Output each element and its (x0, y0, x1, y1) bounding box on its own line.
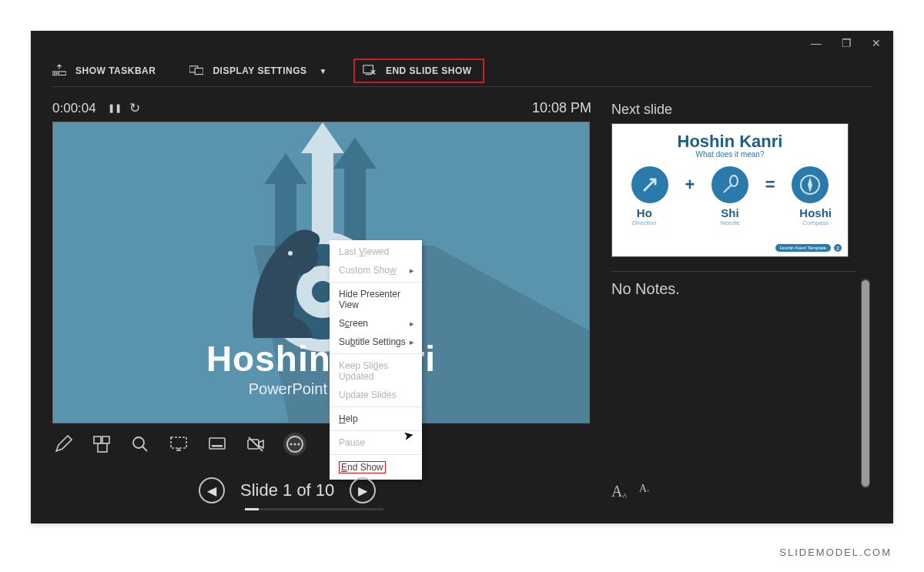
taskbar-icon (52, 65, 66, 77)
end-slide-show-label: END SLIDE SHOW (386, 65, 472, 76)
display-settings-icon (189, 65, 203, 77)
watermark: SLIDEMODEL.COM (779, 547, 892, 558)
menu-separator (330, 282, 422, 283)
slide-navigation: ◀ Slide 1 of 10 ▶ (199, 477, 376, 503)
next-slide-button[interactable]: ▶ (350, 477, 376, 503)
menu-hide-presenter-view[interactable]: Hide Presenter View (330, 285, 422, 314)
maximize-button[interactable]: ❐ (842, 37, 852, 49)
more-options-button[interactable] (283, 433, 306, 456)
current-slide-preview[interactable]: Hoshin Kanri PowerPoint Template (52, 122, 590, 423)
thumb-sub-needle: Needle (708, 219, 752, 226)
notes-separator (611, 271, 856, 272)
end-slide-show-button[interactable]: END SLIDE SHOW (353, 59, 484, 83)
svg-rect-14 (98, 443, 107, 452)
see-all-slides-button[interactable] (91, 433, 112, 455)
thumb-sub-direction: Direction (623, 219, 666, 226)
decrease-font-button[interactable]: Aˇ (639, 483, 649, 500)
plus-op: + (685, 175, 695, 195)
notes-font-controls: A^ Aˇ (611, 483, 649, 500)
thumb-label-shi: Shi (708, 206, 752, 219)
menu-custom-show[interactable]: Custom Show▸ (330, 261, 422, 279)
next-slide-thumbnail[interactable]: Hoshin Kanri What does it mean? + = Ho S… (611, 123, 849, 257)
slide-title: Hoshin Kanri (53, 338, 589, 380)
display-settings-label: DISPLAY SETTINGS (213, 65, 306, 76)
close-button[interactable]: ✕ (872, 37, 881, 49)
svg-rect-5 (196, 68, 204, 74)
pause-timer-button[interactable]: ❚❚ (107, 103, 122, 113)
svg-point-22 (293, 443, 296, 445)
reset-timer-button[interactable]: ↻ (127, 100, 142, 116)
current-time: 10:08 PM (532, 100, 591, 116)
camera-toggle-button[interactable] (245, 433, 266, 455)
menu-help[interactable]: Help (330, 410, 422, 428)
arrow-up-icon (631, 166, 668, 203)
toolbar-separator (52, 86, 872, 87)
thumb-label-ho: Ho (623, 206, 666, 219)
show-taskbar-button[interactable]: SHOW TASKBAR (52, 65, 156, 77)
slide-counter: Slide 1 of 10 (240, 480, 334, 500)
svg-rect-17 (209, 438, 225, 449)
scrollbar-thumb[interactable] (862, 280, 869, 487)
svg-rect-18 (212, 445, 223, 447)
svg-point-21 (290, 443, 292, 445)
prev-slide-button[interactable]: ◀ (199, 477, 225, 503)
notes-scrollbar[interactable] (861, 279, 870, 488)
menu-keep-slides-updated[interactable]: Keep Slides Updated (330, 356, 422, 386)
svg-rect-2 (55, 72, 57, 74)
next-slide-heading: Next slide (611, 102, 672, 118)
svg-rect-1 (54, 72, 55, 74)
thumb-sub-compass: Compass (794, 219, 837, 226)
speaker-notes[interactable]: No Notes. (611, 274, 856, 493)
menu-update-slides[interactable]: Update Slides (330, 386, 422, 404)
elapsed-time: 0:00:04 (52, 101, 96, 116)
top-toolbar: SHOW TASKBAR DISPLAY SETTINGS ▼ END SLID… (31, 55, 893, 86)
display-settings-button[interactable]: DISPLAY SETTINGS ▼ (189, 65, 326, 77)
timer-row: 0:00:04 ❚❚ ↻ 10:08 PM (52, 100, 591, 116)
menu-separator (330, 454, 422, 455)
thumb-title: Hoshin Kanri (623, 132, 837, 152)
svg-rect-16 (171, 437, 186, 448)
svg-point-23 (297, 443, 300, 445)
slide-subtitle: PowerPoint Template (53, 380, 589, 398)
window-chrome: — ❐ ✕ (811, 37, 881, 49)
svg-point-11 (288, 251, 293, 256)
dropdown-caret-icon: ▼ (319, 67, 326, 75)
menu-separator (330, 406, 422, 407)
end-slideshow-icon (363, 65, 377, 77)
zoom-tool-button[interactable] (129, 433, 151, 455)
menu-last-viewed[interactable]: Last Viewed (330, 243, 422, 261)
context-menu: Last Viewed Custom Show▸ Hide Presenter … (330, 240, 422, 480)
thumb-subtitle: What does it mean? (623, 150, 837, 159)
slide-progress-bar (245, 508, 383, 510)
thumb-footer-chip: Hoshin Kanri Template2 (775, 244, 842, 252)
increase-font-button[interactable]: A^ (611, 483, 627, 500)
equals-op: = (765, 175, 775, 195)
menu-screen[interactable]: Screen▸ (330, 314, 422, 333)
presenter-tools (52, 433, 306, 456)
show-taskbar-label: SHOW TASKBAR (75, 65, 156, 76)
svg-rect-12 (94, 437, 101, 443)
black-screen-button[interactable] (168, 433, 189, 455)
svg-rect-3 (58, 72, 59, 74)
svg-point-15 (133, 437, 144, 448)
needle-icon (711, 166, 748, 203)
compass-icon (792, 166, 829, 203)
subtitle-toggle-button[interactable] (206, 433, 228, 455)
menu-end-show[interactable]: End Show (330, 457, 422, 477)
svg-rect-6 (363, 65, 373, 73)
svg-rect-13 (102, 437, 109, 443)
thumb-badges: + = (623, 166, 837, 203)
pen-tool-button[interactable] (52, 433, 74, 455)
presenter-view-window: — ❐ ✕ SHOW TASKBAR DISPLAY SETTINGS ▼ EN… (31, 31, 893, 523)
menu-separator (330, 353, 422, 354)
menu-subtitle-settings[interactable]: Subtitle Settings▸ (330, 333, 422, 351)
thumb-label-hoshi: Hoshi (794, 206, 837, 219)
minimize-button[interactable]: — (811, 37, 822, 49)
